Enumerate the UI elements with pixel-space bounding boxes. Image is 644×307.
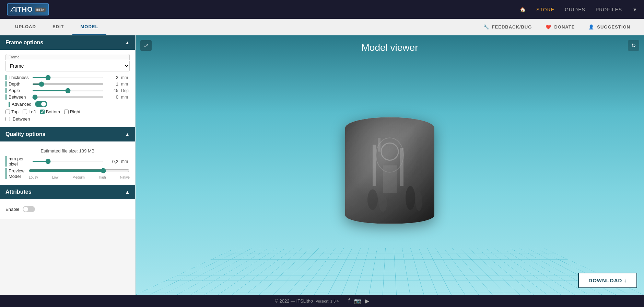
enable-label: Enable [5, 207, 19, 212]
frame-select[interactable]: Frame None Custom [5, 61, 130, 71]
preview-ticks: Lousy Low Medium High Native [29, 175, 130, 179]
frame-dropdown-group: Frame Frame None Custom [5, 54, 130, 71]
frame-options-content: Frame Frame None Custom Thickness 2 mm D… [0, 50, 135, 127]
top-navigation: 𝓛 ITHO BETA 🏠 STORE GUIDES PROFILES ▼ [0, 0, 644, 19]
enable-toggle[interactable] [23, 206, 35, 212]
attributes-chevron: ▲ [125, 189, 130, 195]
advanced-label: Advanced [9, 102, 32, 107]
between-slider-row: Between 0 mm [5, 94, 130, 100]
quality-options-header[interactable]: Quality options ▲ [0, 127, 135, 141]
angle-slider[interactable] [32, 90, 104, 91]
mug-container [345, 117, 434, 224]
depth-value: 1 [106, 81, 118, 87]
thickness-row: Thickness 2 mm [5, 75, 130, 80]
tick-native: Native [120, 175, 130, 179]
store-nav-link[interactable]: STORE [536, 7, 554, 12]
svg-rect-4 [383, 166, 397, 193]
advanced-toggle[interactable] [35, 101, 47, 107]
tab-edit[interactable]: EDIT [44, 19, 72, 35]
attributes-title: Attributes [5, 189, 32, 195]
preview-model-label: PreviewModel [5, 168, 26, 179]
depth-label: Depth [5, 81, 30, 87]
donate-action[interactable]: ❤️ DONATE [539, 24, 582, 30]
quality-options-content: Estimated file size: 139 MB mm per pixel… [0, 141, 135, 185]
left-checkbox-item[interactable]: Left [23, 109, 36, 114]
between-slider-label: Between [5, 94, 30, 100]
profiles-nav-link[interactable]: PROFILES [596, 7, 622, 12]
suggestion-action[interactable]: 👤 SUGGESTION [582, 24, 637, 30]
tab-upload[interactable]: UPLOAD [7, 19, 44, 35]
enable-row: Enable [5, 203, 130, 215]
depth-row: Depth 1 mm [5, 81, 130, 87]
guides-nav-link[interactable]: GUIDES [565, 7, 585, 12]
frame-dropdown-label: Frame [5, 54, 130, 60]
angle-label: Angle [5, 88, 30, 93]
depth-unit: mm [121, 82, 130, 87]
grid-floor [136, 248, 644, 295]
thickness-label: Thickness [5, 75, 30, 80]
svg-point-7 [379, 195, 387, 212]
svg-point-5 [381, 143, 398, 160]
thickness-value: 2 [106, 75, 118, 80]
svg-rect-2 [400, 148, 403, 186]
logo-text: ITHO [15, 5, 33, 13]
tab-model[interactable]: MODEL [72, 19, 107, 35]
frame-options-chevron: ▲ [125, 40, 130, 45]
mm-per-pixel-row: mm per pixel 0,2 mm [5, 156, 130, 167]
quality-options-chevron: ▲ [125, 132, 130, 137]
download-button[interactable]: DOWNLOAD ↓ [578, 273, 637, 288]
logo[interactable]: 𝓛 ITHO BETA [7, 3, 49, 15]
attributes-content: Enable [0, 199, 135, 219]
heart-icon: ❤️ [546, 24, 551, 30]
svg-point-8 [406, 186, 415, 210]
top-checkbox-item[interactable]: Top [5, 109, 19, 114]
top-checkbox[interactable] [5, 110, 10, 114]
bottom-checkbox[interactable] [40, 110, 45, 114]
nav-links: 🏠 STORE GUIDES PROFILES ▼ [520, 7, 637, 12]
nav-dropdown[interactable]: ▼ [632, 7, 637, 12]
logo-area: 𝓛 ITHO BETA [7, 3, 49, 15]
tab-bar: UPLOAD EDIT MODEL 🔧 FEEDBACK/BUG ❤️ DONA… [0, 19, 644, 35]
between-checkbox-row: Between [5, 116, 130, 122]
between-checkbox-label: Between [13, 116, 30, 122]
estimated-size: Estimated file size: 139 MB [5, 148, 130, 154]
advanced-toggle-row: Advanced [5, 101, 130, 107]
refresh-button[interactable]: ↻ [628, 40, 639, 51]
facebook-icon[interactable]: f [348, 298, 350, 304]
attributes-header[interactable]: Attributes ▲ [0, 185, 135, 199]
tick-medium: Medium [72, 175, 85, 179]
tick-lousy: Lousy [29, 175, 38, 179]
preview-model-slider[interactable] [29, 168, 130, 173]
youtube-icon[interactable]: ▶ [365, 298, 369, 304]
sidebar: Frame options ▲ Frame Frame None Custom … [0, 35, 136, 295]
left-checkbox[interactable] [23, 110, 27, 114]
mug-body [345, 117, 434, 224]
tick-low: Low [52, 175, 58, 179]
depth-slider[interactable] [32, 83, 104, 85]
frame-options-header[interactable]: Frame options ▲ [0, 35, 135, 50]
right-checkbox[interactable] [64, 110, 69, 114]
mm-per-pixel-unit: mm [121, 159, 130, 164]
feedback-bug-action[interactable]: 🔧 FEEDBACK/BUG [477, 24, 539, 30]
mug-decoration [345, 117, 434, 224]
svg-rect-0 [373, 145, 376, 186]
top-label: Top [11, 109, 19, 114]
wrench-icon: 🔧 [483, 24, 489, 30]
quality-options-title: Quality options [5, 131, 45, 137]
expand-button[interactable]: ⤢ [140, 40, 152, 51]
svg-point-9 [415, 192, 422, 211]
right-checkbox-item[interactable]: Right [64, 109, 80, 114]
viewer-area[interactable]: Model viewer ⤢ ↻ [136, 35, 644, 295]
between-slider[interactable] [32, 96, 104, 98]
instagram-icon[interactable]: 📷 [354, 298, 361, 304]
angle-row: Angle 45 Deg [5, 88, 130, 93]
thickness-slider[interactable] [32, 77, 104, 78]
bottom-checkbox-item[interactable]: Bottom [40, 109, 60, 114]
frame-options-title: Frame options [5, 39, 43, 46]
home-nav-link[interactable]: 🏠 [520, 7, 526, 12]
mm-per-pixel-slider[interactable] [32, 161, 104, 162]
mm-per-pixel-label: mm per pixel [5, 156, 30, 167]
angle-unit: Deg [121, 88, 130, 93]
between-checkbox[interactable] [5, 117, 10, 121]
between-value: 0 [106, 94, 118, 100]
